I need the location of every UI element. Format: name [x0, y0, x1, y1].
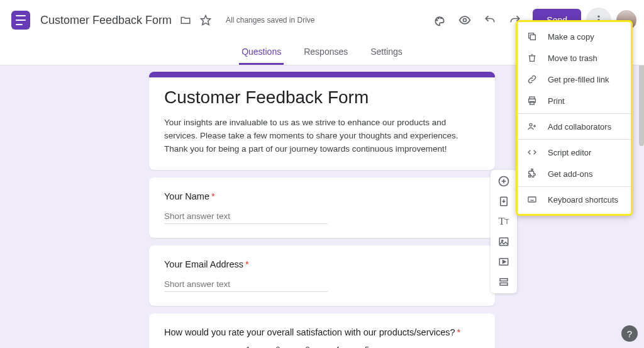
svg-point-3 [441, 18, 442, 19]
theme-icon[interactable] [427, 8, 452, 33]
svg-point-22 [530, 123, 532, 126]
tab-responses[interactable]: Responses [301, 47, 350, 65]
question-card-satisfaction[interactable]: How would you rate your overall satisfac… [149, 313, 495, 348]
menu-item-script-editor[interactable]: Script editor [518, 142, 631, 163]
help-icon[interactable]: ? [621, 325, 638, 342]
save-status: All changes saved in Drive [226, 16, 314, 25]
undo-icon[interactable] [477, 8, 502, 33]
question-card-email[interactable]: Your Email Address* [149, 245, 495, 306]
print-icon [526, 95, 538, 106]
svg-point-2 [438, 18, 440, 19]
question-toolbar: TT [491, 170, 517, 293]
menu-item-make-a-copy[interactable]: Make a copy [518, 26, 631, 47]
add-title-icon[interactable]: TT [494, 214, 513, 229]
star-icon[interactable] [199, 14, 212, 26]
add-question-icon[interactable] [494, 174, 513, 189]
form-description[interactable]: Your insights are invaluable to us as we… [164, 116, 480, 156]
svg-point-1 [436, 20, 438, 21]
forms-logo[interactable] [8, 7, 34, 33]
tab-questions[interactable]: Questions [239, 47, 284, 65]
add-section-icon[interactable] [494, 274, 513, 289]
menu-item-label: Script editor [548, 148, 591, 157]
svg-rect-25 [528, 197, 536, 202]
menu-item-print[interactable]: Print [518, 90, 631, 111]
keyboard-icon [526, 194, 538, 205]
svg-point-13 [502, 240, 503, 241]
preview-icon[interactable] [452, 8, 477, 33]
menu-item-label: Get add-ons [548, 169, 593, 179]
trash-icon [526, 52, 538, 64]
svg-rect-18 [530, 35, 535, 40]
question-label: How would you rate your overall satisfac… [164, 327, 480, 337]
question-card-name[interactable]: Your Name* [149, 177, 495, 238]
link-icon [526, 74, 538, 85]
svg-marker-15 [503, 261, 506, 264]
question-label: Your Email Address* [164, 259, 480, 269]
form-title[interactable]: Customer Feedback Form [164, 87, 480, 108]
collab-icon [526, 121, 538, 132]
tab-settings[interactable]: Settings [368, 47, 405, 65]
menu-item-label: Print [548, 96, 565, 106]
svg-marker-0 [201, 16, 211, 25]
menu-item-keyboard-shortcuts[interactable]: Keyboard shortcuts [518, 189, 631, 210]
svg-point-5 [597, 16, 599, 18]
menu-item-get-add-ons[interactable]: Get add-ons [518, 163, 631, 184]
scale-numbers: 1 2 3 4 5 [246, 345, 369, 348]
addons-icon [526, 168, 538, 179]
document-title[interactable]: Customer Feedback Form [40, 14, 172, 27]
add-image-icon[interactable] [494, 234, 513, 249]
short-answer-input[interactable] [164, 277, 328, 292]
short-answer-input[interactable] [164, 209, 328, 224]
menu-item-move-to-trash[interactable]: Move to trash [518, 47, 631, 69]
import-questions-icon[interactable] [494, 194, 513, 209]
menu-item-label: Keyboard shortcuts [548, 195, 618, 205]
copy-icon [526, 31, 538, 42]
svg-point-4 [464, 19, 467, 22]
script-icon [526, 147, 538, 158]
question-label: Your Name* [164, 191, 480, 201]
menu-item-add-collaborators[interactable]: Add collaborators [518, 116, 631, 137]
svg-rect-16 [500, 279, 508, 281]
svg-rect-17 [500, 283, 508, 286]
menu-item-get-pre-filled-link[interactable]: Get pre-filled link [518, 69, 631, 90]
form-header-card[interactable]: Customer Feedback Form Your insights are… [149, 72, 495, 170]
menu-item-label: Move to trash [548, 53, 597, 63]
menu-item-label: Add collaborators [548, 122, 611, 132]
menu-item-label: Get pre-filled link [548, 75, 609, 84]
menu-item-label: Make a copy [548, 32, 594, 42]
more-menu: Make a copyMove to trashGet pre-filled l… [516, 20, 633, 216]
move-folder-icon[interactable] [179, 14, 192, 26]
add-video-icon[interactable] [494, 254, 513, 269]
